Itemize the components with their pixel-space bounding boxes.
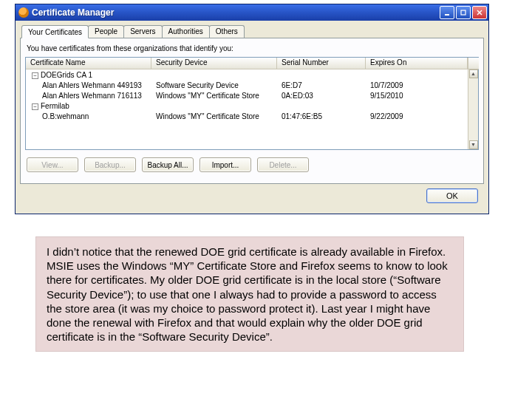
column-headers[interactable]: Certificate Name Security Device Serial …: [26, 58, 468, 69]
certificate-row[interactable]: Alan Ahlers Wehmann 716113 Windows "MY" …: [26, 90, 468, 100]
tab-people[interactable]: People: [88, 25, 124, 38]
maximize-button[interactable]: [456, 6, 471, 19]
backup-button[interactable]: Backup...: [84, 157, 136, 172]
group-label: Fermilab: [41, 102, 69, 110]
collapse-icon[interactable]: −: [32, 72, 38, 79]
cert-device: Windows "MY" Certificate Store: [151, 92, 277, 100]
col-extra[interactable]: [468, 58, 479, 69]
cert-device: Software Security Device: [151, 81, 277, 89]
minimize-button[interactable]: [440, 6, 454, 19]
window-title: Certificate Manager: [32, 7, 440, 18]
cert-serial: 01:47:6E:B5: [277, 112, 366, 120]
col-security-device[interactable]: Security Device: [151, 58, 277, 69]
titlebar[interactable]: Certificate Manager: [16, 4, 488, 21]
col-expires-on[interactable]: Expires On: [366, 58, 468, 69]
scroll-down-icon[interactable]: ▼: [469, 140, 478, 149]
cert-serial: 6E:D7: [277, 81, 366, 89]
panel-caption: You have certificates from these organiz…: [27, 44, 479, 52]
collapse-icon[interactable]: −: [32, 103, 38, 110]
col-certificate-name[interactable]: Certificate Name: [26, 58, 151, 69]
certificate-row[interactable]: O.B:wehmann Windows "MY" Certificate Sto…: [26, 111, 468, 121]
group-label: DOEGrids CA 1: [41, 71, 92, 79]
tab-servers[interactable]: Servers: [123, 25, 162, 38]
cert-expires: 10/7/2009: [366, 81, 468, 89]
backup-all-button[interactable]: Backup All...: [142, 157, 194, 172]
tab-authorities[interactable]: Authorities: [162, 25, 210, 38]
tab-others[interactable]: Others: [209, 25, 245, 38]
certificate-list[interactable]: Certificate Name Security Device Serial …: [25, 57, 479, 150]
ok-button[interactable]: OK: [426, 188, 478, 203]
certificate-manager-window: Certificate Manager Your Certificates Pe…: [15, 4, 489, 214]
view-button[interactable]: View...: [27, 157, 78, 172]
certificate-row[interactable]: Alan Ahlers Wehmann 449193 Software Secu…: [26, 80, 468, 90]
tab-your-certificates[interactable]: Your Certificates: [21, 25, 89, 38]
group-row[interactable]: −DOEGrids CA 1: [26, 69, 468, 80]
cert-expires: 9/22/2009: [366, 112, 468, 120]
cert-serial: 0A:ED:03: [277, 92, 366, 100]
tab-panel: You have certificates from these organiz…: [20, 38, 484, 184]
tab-strip: Your Certificates People Servers Authori…: [21, 25, 484, 38]
cert-expires: 9/15/2010: [366, 92, 468, 100]
cert-name: Alan Ahlers Wehmann 449193: [26, 81, 151, 89]
scroll-up-icon[interactable]: ▲: [469, 69, 478, 78]
delete-button[interactable]: Delete...: [257, 157, 309, 172]
col-serial-number[interactable]: Serial Number: [277, 58, 366, 69]
cert-name: Alan Ahlers Wehmann 716113: [26, 92, 151, 100]
annotation-text: I didn’t notice that the renewed DOE gri…: [35, 236, 464, 352]
cert-device: Windows "MY" Certificate Store: [151, 112, 277, 120]
cert-name: O.B:wehmann: [26, 112, 151, 120]
firefox-icon: [18, 7, 29, 18]
svg-rect-0: [445, 14, 449, 16]
scrollbar[interactable]: ▲ ▼: [468, 58, 478, 149]
import-button[interactable]: Import...: [200, 157, 251, 172]
group-row[interactable]: −Fermilab: [26, 100, 468, 111]
close-button[interactable]: [472, 6, 487, 19]
svg-rect-1: [461, 10, 466, 15]
